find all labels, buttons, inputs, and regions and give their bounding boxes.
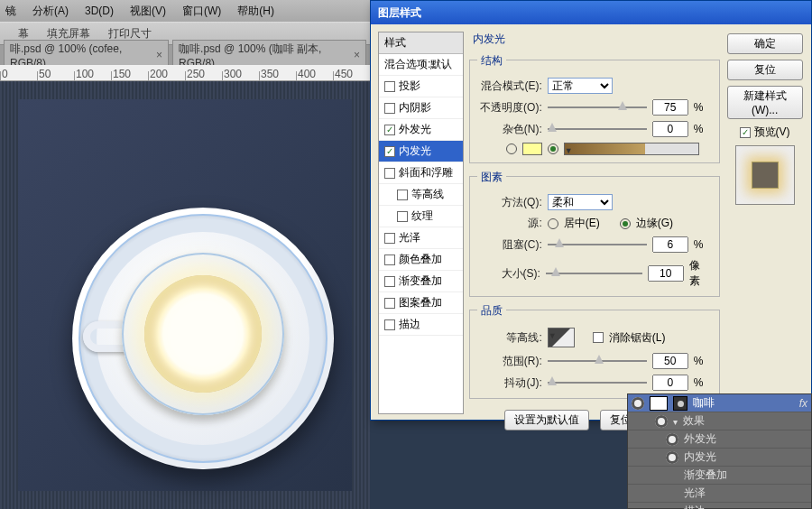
preview-label: 预览(V) (754, 125, 790, 140)
style-row[interactable]: 描边 (379, 314, 463, 336)
visibility-icon[interactable] (632, 397, 644, 410)
menu-item[interactable]: 镜 (5, 4, 16, 19)
layer-thumb[interactable] (650, 396, 668, 411)
visibility-icon[interactable] (666, 433, 678, 446)
preview-checkbox[interactable] (740, 127, 751, 138)
effect-row[interactable]: 内发光 (628, 449, 811, 467)
style-checkbox[interactable] (384, 168, 395, 179)
new-style-button[interactable]: 新建样式(W)... (727, 86, 803, 119)
blend-mode-select[interactable]: 正常 (548, 78, 613, 94)
layer-mask-thumb[interactable] (673, 396, 687, 411)
expand-icon[interactable] (673, 415, 678, 428)
app-menubar: 镜 分析(A) 3D(D) 视图(V) 窗口(W) 帮助(H) (0, 0, 370, 22)
style-row[interactable]: 光泽 (379, 227, 463, 249)
layer-style-dialog: 图层样式 样式 混合选项:默认 投影内阴影外发光内发光斜面和浮雕等高线纹理光泽颜… (370, 0, 812, 421)
effect-row[interactable]: 光泽 (628, 485, 811, 503)
dialog-titlebar[interactable]: 图层样式 (371, 1, 811, 24)
menu-item[interactable]: 帮助(H) (237, 4, 274, 19)
style-checkbox[interactable] (384, 276, 395, 287)
effect-row[interactable]: 外发光 (628, 430, 811, 449)
close-icon[interactable]: × (354, 49, 360, 61)
style-checkbox[interactable] (384, 298, 395, 309)
gradient-radio[interactable] (548, 143, 558, 154)
style-checkbox[interactable] (384, 81, 395, 92)
choke-label: 阻塞(C): (479, 237, 542, 253)
style-checkbox[interactable] (384, 103, 395, 114)
styles-header[interactable]: 样式 (379, 32, 463, 54)
style-label: 外发光 (399, 122, 431, 137)
visibility-icon[interactable] (666, 451, 678, 464)
menu-item[interactable]: 3D(D) (85, 5, 114, 17)
layer-row[interactable]: 咖啡 fx (628, 394, 811, 412)
source-edge-radio[interactable] (620, 218, 631, 229)
blend-mode-label: 混合模式(E): (479, 79, 542, 94)
color-swatch[interactable] (522, 143, 542, 155)
style-row[interactable]: 等高线 (379, 184, 463, 206)
range-slider[interactable] (548, 355, 647, 367)
style-label: 图案叠加 (399, 295, 442, 310)
style-label: 光泽 (399, 230, 420, 245)
menu-item[interactable]: 分析(A) (32, 4, 69, 19)
technique-select[interactable]: 柔和 (548, 194, 613, 210)
effect-label: 描边 (684, 504, 706, 509)
range-input[interactable] (652, 353, 688, 369)
style-row[interactable]: 图案叠加 (379, 292, 463, 314)
effect-label: 渐变叠加 (684, 467, 727, 483)
opacity-input[interactable] (652, 99, 688, 116)
effects-row[interactable]: 效果 (628, 412, 811, 430)
make-default-button[interactable]: 设置为默认值 (504, 410, 589, 430)
style-row[interactable]: 斜面和浮雕 (379, 162, 463, 184)
style-row[interactable]: 颜色叠加 (379, 249, 463, 271)
style-row[interactable]: 纹理 (379, 206, 463, 227)
style-label: 描边 (399, 317, 420, 332)
ok-button[interactable]: 确定 (727, 33, 803, 54)
layers-panel: 咖啡 fx 效果 外发光内发光渐变叠加光泽描边 (627, 393, 812, 509)
opacity-label: 不透明度(O): (479, 100, 542, 116)
style-checkbox[interactable] (384, 233, 395, 244)
style-checkbox[interactable] (384, 146, 395, 157)
style-checkbox[interactable] (384, 319, 395, 330)
size-slider[interactable] (546, 267, 642, 280)
panel-title: 内发光 (469, 32, 720, 47)
antialias-checkbox[interactable] (593, 332, 604, 343)
style-label: 纹理 (411, 208, 433, 224)
cup-shape (122, 253, 284, 415)
color-radio[interactable] (506, 143, 517, 154)
document-canvas[interactable] (0, 81, 370, 509)
style-checkbox[interactable] (384, 125, 395, 135)
style-checkbox[interactable] (397, 211, 408, 222)
noise-input[interactable] (652, 121, 688, 137)
style-row[interactable]: 渐变叠加 (379, 271, 463, 292)
jitter-input[interactable] (652, 375, 688, 391)
jitter-label: 抖动(J): (479, 375, 542, 391)
structure-group: 结构 混合模式(E): 正常 不透明度(O): % 杂色(N): (469, 60, 720, 163)
effect-label: 外发光 (684, 431, 716, 447)
style-label: 内发光 (399, 143, 431, 159)
noise-slider[interactable] (548, 123, 647, 135)
source-center-radio[interactable] (548, 218, 558, 229)
cancel-button[interactable]: 复位 (727, 60, 803, 80)
effect-row[interactable]: 渐变叠加 (628, 467, 811, 485)
style-row[interactable]: 投影 (379, 76, 463, 97)
choke-slider[interactable] (548, 238, 647, 251)
close-icon[interactable]: × (156, 49, 162, 61)
visibility-icon[interactable] (655, 415, 668, 428)
style-checkbox[interactable] (384, 255, 395, 265)
gradient-picker[interactable] (564, 143, 699, 155)
menu-item[interactable]: 窗口(W) (182, 4, 221, 19)
opacity-slider[interactable] (548, 101, 647, 114)
jitter-slider[interactable] (548, 376, 647, 389)
size-input[interactable] (648, 265, 684, 282)
blending-options[interactable]: 混合选项:默认 (379, 54, 463, 76)
contour-picker[interactable] (548, 328, 575, 347)
artboard (18, 99, 352, 491)
effect-row[interactable]: 描边 (628, 503, 811, 509)
style-checkbox[interactable] (397, 190, 408, 200)
style-row[interactable]: 内阴影 (379, 97, 463, 119)
choke-input[interactable] (652, 236, 688, 253)
fx-badge[interactable]: fx (799, 397, 807, 410)
style-row[interactable]: 外发光 (379, 119, 463, 141)
horizontal-ruler: 050100 150200250 300350400 450 (0, 65, 370, 81)
menu-item[interactable]: 视图(V) (130, 4, 166, 19)
style-row[interactable]: 内发光 (379, 141, 463, 162)
